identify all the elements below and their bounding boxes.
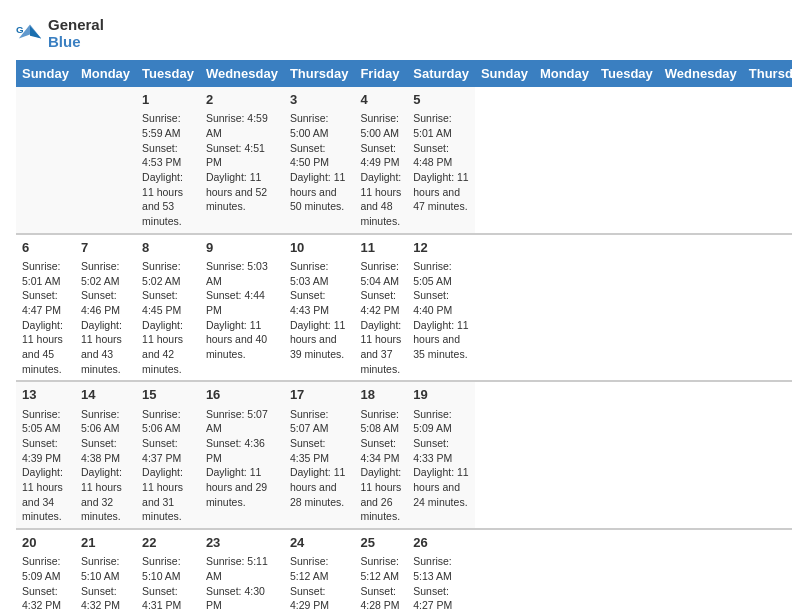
calendar-cell — [16, 87, 75, 234]
day-number: 3 — [290, 91, 349, 109]
day-number: 11 — [360, 239, 401, 257]
calendar-cell: 7Sunrise: 5:02 AMSunset: 4:46 PMDaylight… — [75, 234, 136, 382]
day-number: 9 — [206, 239, 278, 257]
calendar-cell: 17Sunrise: 5:07 AMSunset: 4:35 PMDayligh… — [284, 381, 355, 529]
day-number: 25 — [360, 534, 401, 552]
day-info: Sunrise: 5:12 AMSunset: 4:29 PMDaylight:… — [290, 554, 349, 612]
calendar-cell — [75, 87, 136, 234]
day-number: 22 — [142, 534, 194, 552]
day-info: Sunrise: 5:12 AMSunset: 4:28 PMDaylight:… — [360, 554, 401, 612]
calendar-cell: 26Sunrise: 5:13 AMSunset: 4:27 PMDayligh… — [407, 529, 475, 612]
calendar-cell: 21Sunrise: 5:10 AMSunset: 4:32 PMDayligh… — [75, 529, 136, 612]
day-number: 5 — [413, 91, 469, 109]
calendar-cell: 20Sunrise: 5:09 AMSunset: 4:32 PMDayligh… — [16, 529, 75, 612]
day-number: 16 — [206, 386, 278, 404]
header-sunday: Sunday — [16, 60, 75, 87]
day-info: Sunrise: 5:07 AMSunset: 4:35 PMDaylight:… — [290, 407, 349, 510]
calendar-cell: 16Sunrise: 5:07 AMSunset: 4:36 PMDayligh… — [200, 381, 284, 529]
weekday-header-tuesday: Tuesday — [595, 60, 659, 87]
day-info: Sunrise: 5:05 AMSunset: 4:39 PMDaylight:… — [22, 407, 69, 525]
calendar-week-row: 1Sunrise: 5:59 AMSunset: 4:53 PMDaylight… — [16, 87, 792, 234]
calendar-week-row: 20Sunrise: 5:09 AMSunset: 4:32 PMDayligh… — [16, 529, 792, 612]
calendar-cell: 2Sunrise: 4:59 AMSunset: 4:51 PMDaylight… — [200, 87, 284, 234]
day-info: Sunrise: 5:02 AMSunset: 4:45 PMDaylight:… — [142, 259, 194, 377]
calendar-cell: 22Sunrise: 5:10 AMSunset: 4:31 PMDayligh… — [136, 529, 200, 612]
day-number: 24 — [290, 534, 349, 552]
calendar-header-row: SundayMondayTuesdayWednesdayThursdayFrid… — [16, 60, 792, 87]
day-number: 21 — [81, 534, 130, 552]
day-info: Sunrise: 5:06 AMSunset: 4:38 PMDaylight:… — [81, 407, 130, 525]
day-number: 1 — [142, 91, 194, 109]
calendar-cell: 6Sunrise: 5:01 AMSunset: 4:47 PMDaylight… — [16, 234, 75, 382]
logo: G GeneralBlue — [16, 16, 104, 50]
day-info: Sunrise: 5:11 AMSunset: 4:30 PMDaylight:… — [206, 554, 278, 612]
day-info: Sunrise: 5:09 AMSunset: 4:33 PMDaylight:… — [413, 407, 469, 510]
header-tuesday: Tuesday — [136, 60, 200, 87]
day-number: 19 — [413, 386, 469, 404]
calendar-cell: 4Sunrise: 5:00 AMSunset: 4:49 PMDaylight… — [354, 87, 407, 234]
weekday-header-sunday: Sunday — [475, 60, 534, 87]
day-info: Sunrise: 5:00 AMSunset: 4:49 PMDaylight:… — [360, 111, 401, 229]
calendar-cell: 11Sunrise: 5:04 AMSunset: 4:42 PMDayligh… — [354, 234, 407, 382]
day-number: 17 — [290, 386, 349, 404]
day-number: 26 — [413, 534, 469, 552]
calendar-cell: 5Sunrise: 5:01 AMSunset: 4:48 PMDaylight… — [407, 87, 475, 234]
day-info: Sunrise: 4:59 AMSunset: 4:51 PMDaylight:… — [206, 111, 278, 214]
header: G GeneralBlue — [16, 16, 776, 50]
calendar-cell: 15Sunrise: 5:06 AMSunset: 4:37 PMDayligh… — [136, 381, 200, 529]
day-info: Sunrise: 5:01 AMSunset: 4:48 PMDaylight:… — [413, 111, 469, 214]
calendar-cell: 10Sunrise: 5:03 AMSunset: 4:43 PMDayligh… — [284, 234, 355, 382]
day-number: 15 — [142, 386, 194, 404]
calendar-cell: 23Sunrise: 5:11 AMSunset: 4:30 PMDayligh… — [200, 529, 284, 612]
day-number: 2 — [206, 91, 278, 109]
calendar-table: SundayMondayTuesdayWednesdayThursdayFrid… — [16, 60, 792, 612]
header-saturday: Saturday — [407, 60, 475, 87]
day-number: 23 — [206, 534, 278, 552]
logo-icon: G — [16, 19, 44, 47]
day-info: Sunrise: 5:03 AMSunset: 4:43 PMDaylight:… — [290, 259, 349, 362]
day-info: Sunrise: 5:09 AMSunset: 4:32 PMDaylight:… — [22, 554, 69, 612]
day-info: Sunrise: 5:13 AMSunset: 4:27 PMDaylight:… — [413, 554, 469, 612]
calendar-cell: 24Sunrise: 5:12 AMSunset: 4:29 PMDayligh… — [284, 529, 355, 612]
logo-text: GeneralBlue — [48, 16, 104, 50]
calendar-cell: 14Sunrise: 5:06 AMSunset: 4:38 PMDayligh… — [75, 381, 136, 529]
day-number: 10 — [290, 239, 349, 257]
day-info: Sunrise: 5:02 AMSunset: 4:46 PMDaylight:… — [81, 259, 130, 377]
day-number: 4 — [360, 91, 401, 109]
header-wednesday: Wednesday — [200, 60, 284, 87]
header-thursday: Thursday — [284, 60, 355, 87]
calendar-cell: 12Sunrise: 5:05 AMSunset: 4:40 PMDayligh… — [407, 234, 475, 382]
day-number: 14 — [81, 386, 130, 404]
day-number: 18 — [360, 386, 401, 404]
header-friday: Friday — [354, 60, 407, 87]
weekday-header-thursday: Thursday — [743, 60, 792, 87]
day-info: Sunrise: 5:03 AMSunset: 4:44 PMDaylight:… — [206, 259, 278, 362]
day-info: Sunrise: 5:10 AMSunset: 4:31 PMDaylight:… — [142, 554, 194, 612]
day-info: Sunrise: 5:10 AMSunset: 4:32 PMDaylight:… — [81, 554, 130, 612]
day-number: 6 — [22, 239, 69, 257]
calendar-cell: 3Sunrise: 5:00 AMSunset: 4:50 PMDaylight… — [284, 87, 355, 234]
calendar-week-row: 13Sunrise: 5:05 AMSunset: 4:39 PMDayligh… — [16, 381, 792, 529]
calendar-cell: 13Sunrise: 5:05 AMSunset: 4:39 PMDayligh… — [16, 381, 75, 529]
calendar-cell: 18Sunrise: 5:08 AMSunset: 4:34 PMDayligh… — [354, 381, 407, 529]
day-number: 13 — [22, 386, 69, 404]
day-info: Sunrise: 5:01 AMSunset: 4:47 PMDaylight:… — [22, 259, 69, 377]
day-info: Sunrise: 5:05 AMSunset: 4:40 PMDaylight:… — [413, 259, 469, 362]
weekday-header-wednesday: Wednesday — [659, 60, 743, 87]
calendar-cell: 25Sunrise: 5:12 AMSunset: 4:28 PMDayligh… — [354, 529, 407, 612]
svg-text:G: G — [16, 24, 24, 35]
day-info: Sunrise: 5:00 AMSunset: 4:50 PMDaylight:… — [290, 111, 349, 214]
header-monday: Monday — [75, 60, 136, 87]
day-number: 7 — [81, 239, 130, 257]
day-info: Sunrise: 5:59 AMSunset: 4:53 PMDaylight:… — [142, 111, 194, 229]
calendar-cell: 9Sunrise: 5:03 AMSunset: 4:44 PMDaylight… — [200, 234, 284, 382]
day-info: Sunrise: 5:08 AMSunset: 4:34 PMDaylight:… — [360, 407, 401, 525]
calendar-cell: 19Sunrise: 5:09 AMSunset: 4:33 PMDayligh… — [407, 381, 475, 529]
calendar-cell: 8Sunrise: 5:02 AMSunset: 4:45 PMDaylight… — [136, 234, 200, 382]
day-number: 8 — [142, 239, 194, 257]
day-number: 12 — [413, 239, 469, 257]
day-info: Sunrise: 5:06 AMSunset: 4:37 PMDaylight:… — [142, 407, 194, 525]
calendar-week-row: 6Sunrise: 5:01 AMSunset: 4:47 PMDaylight… — [16, 234, 792, 382]
weekday-header-monday: Monday — [534, 60, 595, 87]
day-info: Sunrise: 5:07 AMSunset: 4:36 PMDaylight:… — [206, 407, 278, 510]
